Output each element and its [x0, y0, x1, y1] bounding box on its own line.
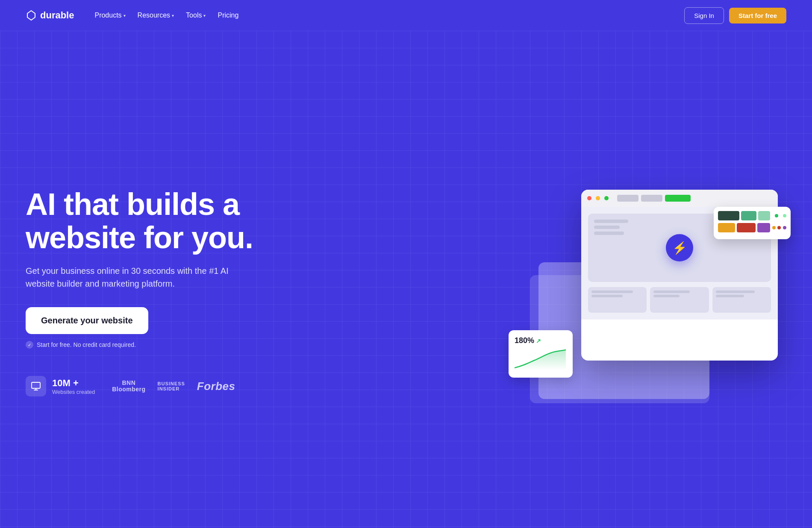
press-bnn: BNNBloomberg — [112, 380, 145, 393]
palette-dot — [777, 226, 781, 229]
stats-card: 180% ↗ — [509, 330, 573, 378]
cta-group: Generate your website — [26, 307, 274, 341]
signin-button[interactable]: Sign In — [684, 7, 724, 24]
palette-card — [714, 207, 791, 239]
press-forbes: Forbes — [197, 380, 235, 393]
stats-percent: 180% ↗ — [515, 336, 567, 345]
mock-grid — [588, 287, 771, 313]
mock-card — [712, 287, 771, 313]
palette-cell — [757, 223, 770, 232]
lightning-icon: ⚡ — [672, 241, 687, 255]
palette-dot — [775, 214, 778, 217]
mock-line — [594, 226, 620, 229]
window-dot-green — [604, 196, 609, 200]
navbar: durable Products ▾ Resources ▾ Tools ▾ P… — [0, 0, 812, 31]
nav-link-pricing[interactable]: Pricing — [212, 8, 244, 23]
browser-tab — [617, 195, 638, 202]
palette-cell — [737, 223, 756, 232]
free-note: ✓ Start for free. No credit card require… — [26, 341, 274, 349]
browser-tab — [641, 195, 662, 202]
stat-text: 10M + Websites created — [52, 378, 95, 395]
palette-cell — [758, 211, 770, 220]
palette-dot — [783, 214, 786, 217]
nav-links: Products ▾ Resources ▾ Tools ▾ Pricing — [89, 8, 244, 23]
palette-cell — [718, 211, 739, 220]
monitor-icon — [26, 376, 46, 396]
hero-title: AI that builds a website for you. — [26, 188, 274, 255]
arrow-up-icon: ↗ — [536, 337, 541, 344]
press-bi: BUSINESSINSIDER — [158, 381, 185, 391]
window-dot-yellow — [596, 196, 600, 200]
browser-tab-active — [665, 195, 691, 202]
chevron-down-icon: ▾ — [124, 13, 126, 18]
mock-line — [594, 232, 624, 235]
palette-cell — [718, 223, 735, 232]
palette-row — [718, 223, 786, 232]
hero-section: AI that builds a website for you. Get yo… — [0, 31, 812, 528]
palette-row — [718, 211, 786, 220]
press-logos: BNNBloomberg BUSINESSINSIDER Forbes — [112, 380, 235, 393]
lightning-button: ⚡ — [666, 234, 693, 261]
svg-rect-0 — [32, 382, 40, 388]
hero-content: AI that builds a website for you. Get yo… — [26, 188, 274, 397]
palette-dot — [772, 226, 776, 229]
nav-link-products[interactable]: Products ▾ — [89, 8, 130, 23]
hero-bottom: 10M + Websites created BNNBloomberg BUSI… — [26, 376, 274, 396]
palette-cell — [741, 211, 756, 220]
chevron-down-icon: ▾ — [172, 13, 174, 18]
nav-actions: Sign In Start for free — [684, 7, 786, 24]
start-button[interactable]: Start for free — [729, 8, 786, 23]
stat-block: 10M + Websites created — [26, 376, 95, 396]
mock-lines — [594, 220, 628, 238]
hero-illustration: ⚡ — [521, 181, 786, 403]
browser-bar — [581, 190, 778, 207]
window-dot-red — [587, 196, 591, 200]
generate-button[interactable]: Generate your website — [26, 307, 148, 334]
nav-link-resources[interactable]: Resources ▾ — [132, 8, 179, 23]
palette-dot — [783, 226, 786, 229]
nav-link-tools[interactable]: Tools ▾ — [181, 8, 211, 23]
hero-subtitle: Get your business online in 30 seconds w… — [26, 264, 231, 290]
browser-tabs — [617, 195, 691, 202]
mini-chart — [515, 349, 566, 370]
check-icon: ✓ — [26, 341, 33, 349]
logo[interactable]: durable — [26, 10, 74, 21]
mock-line — [594, 220, 628, 223]
brand-name: durable — [40, 10, 74, 21]
chevron-down-icon: ▾ — [203, 13, 206, 18]
mock-card — [650, 287, 709, 313]
mock-card — [588, 287, 647, 313]
nav-left: durable Products ▾ Resources ▾ Tools ▾ P… — [26, 8, 244, 23]
